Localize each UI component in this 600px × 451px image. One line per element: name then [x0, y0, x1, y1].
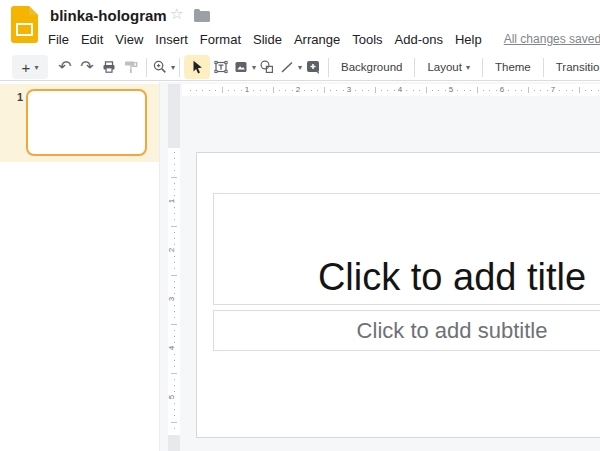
- vertical-ruler[interactable]: 12345: [168, 148, 180, 435]
- slide-filmstrip: 1: [0, 82, 160, 451]
- toolbar-separator: [146, 58, 147, 77]
- select-tool-button[interactable]: [184, 55, 210, 79]
- editor-canvas: 1234567 12345 Click to add title Click t…: [160, 82, 600, 451]
- insert-comment-button[interactable]: [302, 55, 324, 79]
- menu-bar: FileEditViewInsertFormatSlideArrangeTool…: [48, 30, 600, 48]
- shape-icon: [258, 58, 276, 76]
- menu-tools[interactable]: Tools: [352, 32, 382, 47]
- text-box-button[interactable]: [210, 55, 232, 79]
- filmstrip-selected-row: 1: [0, 84, 159, 162]
- subtitle-placeholder[interactable]: Click to add subtitle: [213, 310, 600, 351]
- line-tool-button[interactable]: ▾: [278, 55, 302, 79]
- google-slides-app: blinka-hologram ☆ FileEditViewInsertForm…: [0, 0, 600, 451]
- slide-page[interactable]: Click to add title Click to add subtitle: [196, 152, 600, 438]
- transition-button[interactable]: Transition: [548, 55, 600, 79]
- document-title[interactable]: blinka-hologram: [50, 7, 167, 24]
- layout-button-label: Layout: [427, 61, 462, 73]
- save-status[interactable]: All changes saved in Drive: [504, 32, 600, 46]
- print-icon: [100, 58, 118, 76]
- undo-icon: ↶: [58, 59, 71, 75]
- toolbar-separator: [482, 58, 483, 77]
- horizontal-ruler[interactable]: 1234567: [182, 84, 600, 96]
- new-slide-button[interactable]: + ▾: [12, 55, 48, 79]
- shape-button[interactable]: [256, 55, 278, 79]
- zoom-button[interactable]: ▾: [151, 55, 175, 79]
- menu-items: FileEditViewInsertFormatSlideArrangeTool…: [48, 32, 494, 47]
- toolbar-separator: [328, 58, 329, 77]
- toolbar-separator: [414, 58, 415, 77]
- menu-arrange[interactable]: Arrange: [294, 32, 340, 47]
- slides-logo-inner: [16, 23, 33, 36]
- folder-icon[interactable]: [194, 11, 210, 22]
- toolbar-separator: [543, 58, 544, 77]
- paint-format-icon: [122, 58, 140, 76]
- star-icon[interactable]: ☆: [170, 5, 183, 23]
- menu-addons[interactable]: Add-ons: [395, 32, 443, 47]
- redo-icon: ↷: [80, 59, 93, 75]
- menu-slide[interactable]: Slide: [253, 32, 282, 47]
- title-placeholder[interactable]: Click to add title: [213, 193, 600, 305]
- toolbar: + ▾ ↶ ↷ ▾: [0, 54, 600, 81]
- slides-logo-icon[interactable]: [11, 6, 38, 43]
- menu-format[interactable]: Format: [200, 32, 241, 47]
- print-button[interactable]: [98, 55, 120, 79]
- chevron-down-icon: ▾: [171, 63, 175, 72]
- theme-button[interactable]: Theme: [487, 55, 539, 79]
- background-button[interactable]: Background: [333, 55, 410, 79]
- chevron-down-icon: ▾: [34, 63, 38, 72]
- redo-button[interactable]: ↷: [76, 55, 98, 79]
- plus-icon: +: [22, 59, 31, 76]
- undo-button[interactable]: ↶: [54, 55, 76, 79]
- text-box-icon: [212, 58, 230, 76]
- chevron-down-icon: ▾: [466, 63, 470, 72]
- slide-thumbnail[interactable]: [26, 89, 147, 156]
- comment-icon: [304, 58, 322, 76]
- select-arrow-icon: [188, 58, 206, 76]
- line-icon: [278, 58, 296, 76]
- menu-help[interactable]: Help: [455, 32, 482, 47]
- zoom-icon: [151, 58, 169, 76]
- toolbar-separator: [179, 58, 180, 77]
- paint-format-button[interactable]: [120, 55, 142, 79]
- menu-file[interactable]: File: [48, 32, 69, 47]
- slide-number: 1: [17, 91, 23, 103]
- insert-image-button[interactable]: ▾: [232, 55, 256, 79]
- layout-button[interactable]: Layout ▾: [419, 55, 478, 79]
- menu-insert[interactable]: Insert: [155, 32, 188, 47]
- image-icon: [232, 58, 250, 76]
- menu-edit[interactable]: Edit: [81, 32, 103, 47]
- menu-view[interactable]: View: [115, 32, 143, 47]
